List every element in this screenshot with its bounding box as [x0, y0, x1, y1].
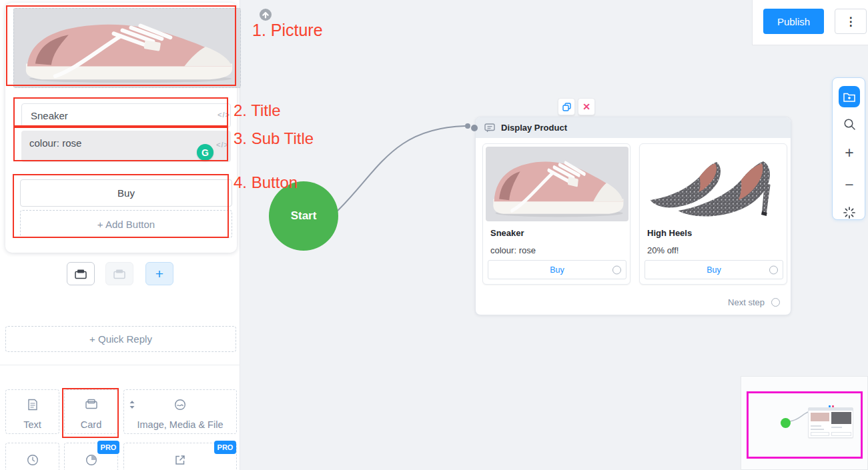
- zoom-out-button[interactable]: −: [833, 177, 866, 193]
- add-button-button[interactable]: + Add Button: [20, 210, 232, 238]
- fit-view-button[interactable]: [833, 206, 866, 219]
- add-card-tab[interactable]: +: [145, 262, 173, 285]
- card-icon: [75, 269, 87, 279]
- product-card: High Heels 20% off! Buy: [639, 143, 787, 285]
- palette-item-label: Text: [6, 419, 59, 430]
- sneaker-image: [14, 9, 240, 87]
- card-icon: [65, 399, 117, 409]
- annotation-label-picture: 1. Picture: [252, 21, 323, 40]
- card-tab-inactive[interactable]: [105, 262, 133, 285]
- more-options-button[interactable]: ⋮: [835, 9, 867, 34]
- add-content-button[interactable]: [839, 86, 860, 107]
- product-title: High Heels: [647, 228, 692, 238]
- palette-item-media[interactable]: Image, Media & File: [123, 389, 237, 434]
- copy-icon: [562, 103, 571, 111]
- palette-item-label: Image, Media & File: [124, 419, 236, 430]
- card-tab-active[interactable]: [67, 262, 95, 285]
- search-button[interactable]: [833, 117, 866, 131]
- flow-builder-canvas[interactable]: </> colour: rose </> G Buy + Add Button …: [0, 0, 868, 470]
- editor-sidebar: </> colour: rose </> G Buy + Add Button …: [0, 0, 240, 470]
- publish-button[interactable]: Publish: [763, 9, 824, 34]
- palette-item-card[interactable]: Card: [64, 389, 118, 434]
- external-link-icon: [124, 454, 236, 466]
- insert-variable-icon[interactable]: </>: [216, 141, 229, 149]
- node-input-port[interactable]: [471, 125, 478, 131]
- next-step-label: Next step: [728, 297, 765, 307]
- display-product-node[interactable]: Display Product Sneaker colour: rose Buy…: [475, 117, 791, 315]
- text-document-icon: [6, 399, 59, 411]
- minus-icon: −: [845, 176, 853, 194]
- palette-item-delay[interactable]: [5, 443, 59, 470]
- next-step-row: Next step: [728, 297, 780, 307]
- minimap-viewport-rect[interactable]: [747, 391, 863, 459]
- palette-item-text[interactable]: Text: [5, 389, 59, 434]
- clock-icon: [6, 454, 59, 466]
- buy-output-port[interactable]: [769, 265, 778, 274]
- palette-item-label: Card: [65, 419, 117, 430]
- burst-icon: [843, 206, 856, 219]
- quick-reply-button[interactable]: + Quick Reply: [5, 326, 236, 352]
- card-image-upload-area[interactable]: [13, 8, 241, 88]
- product-image: [486, 147, 628, 221]
- scroll-top-button[interactable]: [259, 8, 272, 21]
- arrow-up-icon: [259, 8, 272, 21]
- product-image: [642, 147, 785, 221]
- sneaker-image: [486, 147, 628, 221]
- delete-node-button[interactable]: ✕: [578, 98, 595, 115]
- card-buy-button[interactable]: Buy: [20, 179, 232, 207]
- product-buy-button[interactable]: Buy: [488, 260, 626, 279]
- comment-icon: [484, 123, 495, 133]
- insert-variable-icon[interactable]: </>: [218, 111, 230, 119]
- search-icon: [843, 118, 856, 131]
- minimap[interactable]: [741, 376, 868, 470]
- high-heels-image: [642, 147, 785, 221]
- product-card: Sneaker colour: rose Buy: [482, 143, 630, 285]
- card-title-input[interactable]: [21, 103, 231, 127]
- node-title: Display Product: [501, 123, 567, 133]
- canvas-toolbar: + −: [832, 77, 865, 220]
- media-image-icon: [124, 399, 236, 411]
- annotation-label-button: 4. Button: [234, 173, 298, 192]
- annotation-label-subtitle: 3. Sub Title: [234, 129, 314, 148]
- product-buy-label: Buy: [550, 265, 564, 275]
- start-node-label: Start: [291, 209, 317, 223]
- card-editor-panel: </> colour: rose </> G Buy + Add Button: [5, 3, 237, 253]
- buy-output-port[interactable]: [612, 265, 621, 274]
- pro-badge: PRO: [214, 441, 236, 454]
- folder-plus-icon: [843, 92, 855, 102]
- pie-timer-icon: [65, 454, 117, 466]
- plus-icon: +: [845, 144, 853, 162]
- product-subtitle: colour: rose: [490, 245, 536, 255]
- zoom-in-button[interactable]: +: [833, 145, 866, 161]
- product-buy-label: Buy: [707, 265, 721, 275]
- grammarly-badge-icon[interactable]: G: [197, 144, 213, 161]
- top-action-bar: Publish ⋮: [752, 0, 868, 45]
- product-title: Sneaker: [490, 228, 524, 238]
- product-subtitle: 20% off!: [647, 245, 679, 255]
- next-step-output-port[interactable]: [771, 298, 780, 307]
- pro-badge: PRO: [97, 441, 119, 454]
- duplicate-node-button[interactable]: [558, 98, 575, 115]
- kebab-menu-icon: ⋮: [845, 15, 857, 29]
- close-icon: ✕: [582, 101, 590, 112]
- annotation-label-title: 2. Title: [234, 101, 281, 120]
- plus-icon: +: [155, 266, 163, 282]
- card-icon: [113, 269, 125, 279]
- product-buy-button[interactable]: Buy: [644, 260, 783, 279]
- node-header[interactable]: Display Product: [476, 117, 791, 138]
- divider: [0, 365, 240, 365]
